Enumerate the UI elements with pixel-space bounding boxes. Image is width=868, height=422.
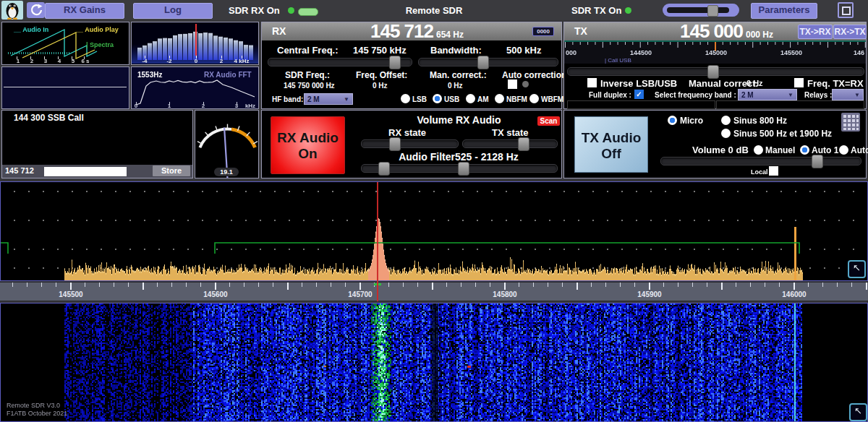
remote-sdr-app: RX Gains Log SDR RX On Remote SDR SDR TX… — [0, 0, 868, 422]
micro-radio[interactable] — [668, 116, 677, 125]
auto-correction-label: Auto correction — [502, 70, 566, 80]
sinus-500-1900-radio[interactable] — [721, 129, 731, 138]
spectrum-panel[interactable] — [0, 181, 868, 281]
rx-audio-panel: RX AudioOn Volume RX Audio Scan RX state… — [261, 110, 562, 178]
mode-lsb-radio[interactable] — [401, 94, 410, 103]
rx-code-badge[interactable]: 0000 — [532, 27, 554, 36]
refresh-icon — [30, 4, 43, 17]
sinus-800-radio[interactable] — [721, 116, 731, 125]
auto-correction-checkbox[interactable] — [508, 79, 517, 89]
s-meter-panel: 19.1 — [195, 110, 259, 178]
rx-audio-freq-readout: 1553Hz — [137, 71, 162, 79]
keypad-icon[interactable] — [841, 113, 860, 132]
waterfall-pan-button[interactable]: ↖ — [849, 403, 867, 421]
auto-correction-indicator — [522, 81, 529, 87]
full-duplex-label: Full duplex : — [589, 91, 631, 99]
spectra-label: | Spectra — [86, 41, 114, 48]
manuel-radio[interactable] — [754, 145, 763, 155]
fullscreen-icon — [842, 7, 851, 15]
memory-input[interactable] — [44, 167, 127, 176]
mode-nbfm-radio[interactable] — [495, 94, 504, 103]
man-correct-value: 0 Hz — [448, 82, 463, 90]
slider-thumb[interactable] — [518, 137, 529, 151]
slider-thumb[interactable] — [477, 56, 489, 69]
rx-audio-toggle-button[interactable]: RX AudioOn — [271, 116, 345, 174]
tx-frequency-slider[interactable] — [567, 67, 864, 76]
memory-panel: 144 300 SSB Call 145 712 Store — [1, 110, 193, 178]
slider-thumb[interactable] — [707, 65, 719, 79]
refresh-button[interactable] — [27, 2, 45, 18]
slider-thumb[interactable] — [389, 137, 401, 151]
central-freq-value: 145 750 kHz — [353, 45, 407, 56]
memory-frequency: 145 712 — [5, 166, 34, 175]
tx-audio-toggle-button[interactable]: TX AudioOff — [574, 116, 648, 173]
sdr-freq-value: 145 750 000 Hz — [284, 82, 335, 90]
tx-state-label: TX state — [492, 127, 529, 138]
rx-frequency-sub: 654 Hz — [436, 30, 464, 40]
bandwidth-slider[interactable] — [418, 58, 558, 66]
audio-filter-label: Audio Filter525 - 2128 Hz — [361, 151, 556, 163]
app-title: Remote SDR — [383, 5, 485, 16]
sinus-800-label: Sinus 800 Hz — [733, 116, 787, 126]
hf-band-select[interactable]: 2 M▼ — [304, 93, 353, 105]
frequency-axis[interactable]: 145500 145600 145700 145800 145900 14600… — [0, 282, 868, 301]
slider-thumb[interactable] — [389, 56, 401, 69]
waterfall-gain-slider[interactable] — [663, 4, 739, 17]
local-checkbox[interactable] — [769, 166, 778, 176]
memory-title: 144 300 SSB Call — [14, 113, 84, 123]
select-band-label: Select frequency band : — [655, 91, 736, 99]
axis-label-145800: 145800 — [483, 290, 527, 298]
rx-state-slider[interactable] — [361, 139, 459, 148]
slider-thumb-high[interactable] — [458, 162, 469, 176]
central-freq-label: Central Freq.: — [277, 45, 339, 56]
tx-volume-slider[interactable] — [660, 157, 861, 165]
parameters-button[interactable]: Parameters — [751, 3, 817, 19]
man-correct-label: Man. correct.: — [430, 70, 487, 80]
mode-am-radio[interactable] — [466, 94, 475, 103]
tx-title: TX — [574, 25, 587, 37]
mode-usb-radio[interactable] — [433, 94, 442, 103]
spectrum-canvas[interactable] — [1, 182, 867, 280]
tx-to-rx-button[interactable]: TX->RX — [798, 25, 833, 39]
mode-wbfm-radio[interactable] — [529, 94, 539, 103]
relays-select[interactable]: ▼ — [832, 89, 864, 100]
log-button[interactable]: Log — [133, 3, 213, 19]
audio-waterfall-panel — [1, 66, 129, 109]
sinus-500-1900-label: Sinus 500 Hz et 1900 Hz — [733, 129, 832, 139]
rx-to-tx-button[interactable]: RX->TX — [833, 25, 867, 39]
tx-state-slider[interactable] — [462, 139, 558, 148]
store-button[interactable]: Store — [153, 165, 190, 176]
spectrum-pan-button[interactable]: ↖ — [848, 260, 866, 278]
rx-tuning-line[interactable] — [377, 182, 378, 301]
mode-am-label: AM — [477, 95, 489, 103]
inverse-lsb-usb-checkbox[interactable] — [587, 78, 597, 87]
fullscreen-button[interactable] — [838, 2, 854, 18]
scan-button[interactable]: Scan — [537, 116, 560, 126]
volume-rx-audio-title: Volume RX Audio — [392, 114, 526, 126]
axis-label-145900: 145900 — [628, 290, 671, 298]
tx-audio-panel: TX AudioOff Micro Sinus 800 Hz Sinus 500… — [563, 110, 867, 178]
bandwidth-value: 500 kHz — [506, 45, 541, 56]
auto1-radio[interactable] — [800, 145, 809, 155]
freq-tx-rx-checkbox[interactable] — [794, 78, 804, 87]
waterfall-canvas[interactable] — [1, 303, 867, 421]
central-freq-slider[interactable] — [268, 58, 412, 66]
waterfall-panel[interactable]: Remote SDR V3.0 F1ATB October 2021 — [0, 303, 868, 422]
tx-band-select[interactable]: 2 M▼ — [738, 89, 797, 100]
audio-filter-range-slider[interactable] — [361, 164, 558, 173]
slider-thumb[interactable] — [812, 155, 823, 168]
full-duplex-checkbox[interactable] — [634, 90, 644, 99]
tx-sub-box-right — [716, 100, 864, 109]
freq-offset-label: Freq. Offset: — [356, 70, 407, 80]
bandwidth-label: Bandwidth: — [430, 45, 482, 56]
auto2-radio[interactable] — [839, 145, 848, 155]
slider-thumb[interactable] — [707, 5, 718, 17]
tx-frequency-scale[interactable] — [564, 40, 866, 64]
auto2-label: Auto 2 — [851, 145, 868, 155]
penguin-logo-icon[interactable] — [1, 1, 23, 20]
sdr-tx-status-dot — [625, 7, 631, 14]
slider-thumb-low[interactable] — [378, 162, 390, 176]
top-bar: RX Gains Log SDR RX On Remote SDR SDR TX… — [0, 0, 868, 20]
audio-play-label: __ Audio Play — [76, 26, 119, 33]
rx-gains-button[interactable]: RX Gains — [45, 3, 124, 19]
